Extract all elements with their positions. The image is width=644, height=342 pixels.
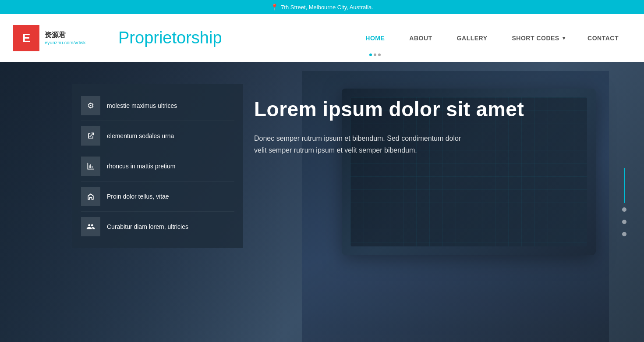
hero-section: ⚙ molestie maximus ultrices elementum so… [0,62,644,342]
panel-item-1: ⚙ molestie maximus ultrices [81,91,234,121]
nav-active-indicator [369,53,381,56]
panel-text-2: elementum sodales urna [107,132,174,139]
site-title: Proprietorship [118,28,353,47]
panel-text-3: rhoncus in mattis pretium [107,163,175,170]
left-panel: ⚙ molestie maximus ultrices elementum so… [72,84,243,248]
panel-icon-building [81,187,100,206]
main-nav: HOME ABOUT GALLERY SHORT CODES ▼ CONTACT [353,14,631,62]
side-dot-2[interactable] [622,220,626,224]
side-line [624,168,625,203]
location-icon: 📍 [271,4,278,11]
panel-item-4: Proin dolor tellus, vitae [81,181,234,211]
side-dots [622,207,626,236]
side-navigation [622,168,626,236]
nav-dot-1 [369,53,372,56]
panel-item-5: Curabitur diam lorem, ultricies [81,211,234,242]
header: E 资源君 eyunzhu.com/vdisk Proprietorship H… [0,14,644,62]
panel-icon-link [81,126,100,146]
panel-item-2: elementum sodales urna [81,121,234,151]
panel-item-3: rhoncus in mattis pretium [81,151,234,181]
nav-item-about[interactable]: ABOUT [397,14,444,62]
hero-title: Lorem ipsum dolor sit amet [254,97,552,121]
panel-icon-group [81,217,100,236]
side-dot-3[interactable] [622,232,626,236]
logo-box: E [13,25,39,51]
nav-item-short-codes[interactable]: SHORT CODES ▼ [500,14,576,62]
top-bar: 📍 7th Street, Melbourne City, Australia. [0,0,644,14]
panel-icon-chart [81,157,100,176]
hero-content: Lorem ipsum dolor sit amet Donec semper … [254,97,552,157]
logo-letter: E [22,31,31,45]
dropdown-arrow-icon: ▼ [562,36,566,41]
address-text: 7th Street, Melbourne City, Australia. [281,4,373,11]
panel-text-1: molestie maximus ultrices [107,102,177,109]
hero-description: Donec semper rutrum ipsum et bibendum. S… [254,132,473,156]
panel-icon-settings: ⚙ [81,96,100,115]
nav-item-home[interactable]: HOME [353,14,397,62]
logo-text: 资源君 eyunzhu.com/vdisk [45,31,86,45]
nav-dot-2 [374,53,376,56]
panel-text-4: Proin dolor tellus, vitae [107,193,169,200]
logo-chinese: 资源君 [45,31,86,40]
nav-item-contact[interactable]: CONTACT [575,14,631,62]
logo-area: E 资源君 eyunzhu.com/vdisk [13,25,110,51]
panel-text-5: Curabitur diam lorem, ultricies [107,223,188,230]
nav-dot-3 [378,53,381,56]
side-dot-1[interactable] [622,207,626,212]
nav-item-gallery[interactable]: GALLERY [445,14,500,62]
logo-url: eyunzhu.com/vdisk [45,40,86,45]
